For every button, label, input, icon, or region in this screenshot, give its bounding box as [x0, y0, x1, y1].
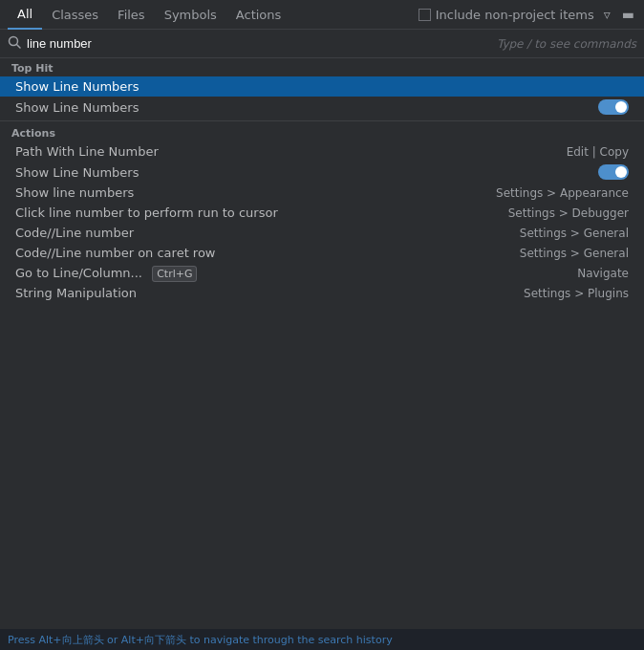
non-project-checkbox[interactable] [419, 9, 431, 21]
top-hit-section-header: Top Hit [0, 58, 644, 76]
shortcut-badge: Ctrl+G [152, 266, 197, 282]
action-row-show-line-numbers[interactable]: Show Line Numbers [0, 162, 644, 183]
bottom-text: Press Alt+向上箭头 or Alt+向下箭头 to navigate t… [8, 633, 393, 647]
action-label: Show line numbers [15, 185, 496, 200]
action-label: Code//Line number [15, 226, 520, 240]
search-hint: Type / to see commands [497, 37, 636, 51]
svg-line-1 [17, 45, 21, 49]
tab-classes[interactable]: Classes [42, 0, 108, 30]
action-row-show-line-numbers-settings[interactable]: Show line numbers Settings > Appearance [0, 183, 644, 203]
action-label: String Manipulation [15, 286, 524, 300]
action-row-code-line-number-caret[interactable]: Code//Line number on caret row Settings … [0, 243, 644, 263]
results-container: Top Hit Show Line Numbers Show Line Numb… [0, 58, 644, 303]
action-meta: Settings > General [520, 227, 629, 240]
search-bar: Type / to see commands [0, 30, 644, 58]
action-label: Code//Line number on caret row [15, 246, 520, 260]
top-hit-row[interactable]: Show Line Numbers [0, 76, 644, 97]
show-line-numbers-toggle[interactable] [598, 99, 629, 115]
filter-icon[interactable]: ▿ [602, 5, 612, 24]
action-meta: Edit | Copy [567, 145, 629, 159]
top-hit-toggle-row[interactable]: Show Line Numbers [0, 97, 644, 121]
action-row-path-with-line-number[interactable]: Path With Line Number Edit | Copy [0, 141, 644, 162]
search-input[interactable] [27, 36, 497, 51]
tab-right-controls: Include non-project items ▿ ▬ [419, 5, 636, 24]
tab-all[interactable]: All [8, 0, 42, 30]
show-line-numbers-toggle-2[interactable] [598, 164, 629, 180]
action-label: Click line number to perform run to curs… [15, 206, 508, 220]
search-icon [8, 35, 21, 52]
top-hit-label: Show Line Numbers [15, 79, 629, 94]
action-meta: Settings > Appearance [496, 186, 629, 200]
tab-bar: All Classes Files Symbols Actions Includ… [0, 0, 644, 30]
action-meta: Settings > Plugins [524, 287, 629, 300]
tab-actions[interactable]: Actions [226, 0, 291, 30]
action-label: Path With Line Number [15, 144, 567, 159]
action-row-go-to-line[interactable]: Go to Line/Column... Ctrl+G Navigate [0, 263, 644, 283]
action-meta: Settings > General [520, 247, 629, 260]
action-row-code-line-number[interactable]: Code//Line number Settings > General [0, 223, 644, 243]
tab-files[interactable]: Files [108, 0, 155, 30]
action-row-click-line-number[interactable]: Click line number to perform run to curs… [0, 203, 644, 223]
actions-section-header: Actions [0, 123, 644, 141]
action-meta: Settings > Debugger [508, 206, 629, 220]
non-project-label[interactable]: Include non-project items [419, 8, 594, 22]
layout-icon[interactable]: ▬ [620, 5, 636, 24]
action-label: Go to Line/Column... Ctrl+G [15, 266, 577, 280]
action-label: Show Line Numbers [15, 165, 590, 180]
bottom-bar: Press Alt+向上箭头 or Alt+向下箭头 to navigate t… [0, 629, 644, 650]
tab-symbols[interactable]: Symbols [155, 0, 226, 30]
action-meta: Navigate [577, 267, 629, 280]
top-hit-toggle-label: Show Line Numbers [15, 100, 590, 115]
action-row-string-manipulation[interactable]: String Manipulation Settings > Plugins [0, 283, 644, 303]
